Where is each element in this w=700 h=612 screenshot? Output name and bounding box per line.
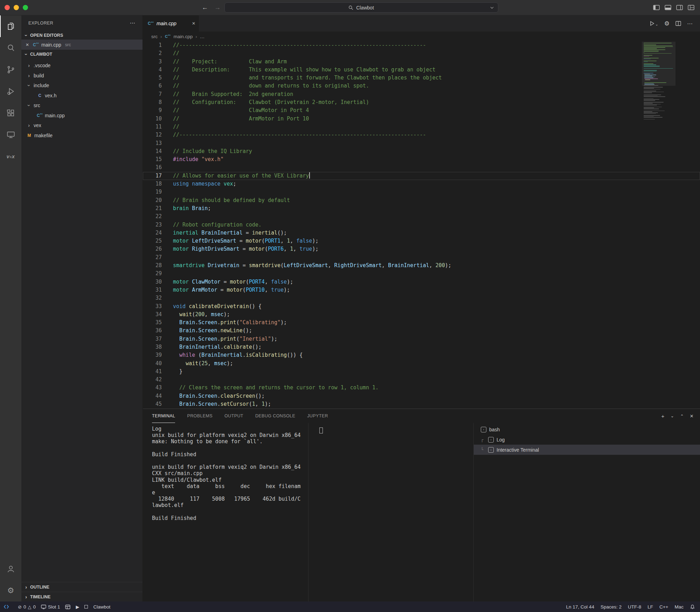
- split-editor-icon[interactable]: [675, 21, 681, 26]
- vex-brain-button[interactable]: [65, 601, 70, 612]
- code-line[interactable]: 23// Robot configuration code.: [143, 221, 700, 229]
- code-line[interactable]: 30motor ClawMotor = motor(PORT4, false);: [143, 278, 700, 286]
- code-line[interactable]: 34 wait(200, msec);: [143, 311, 700, 319]
- status-c-[interactable]: C++: [659, 604, 668, 610]
- close-icon[interactable]: ✕: [26, 42, 30, 47]
- back-arrow-icon[interactable]: ←: [202, 4, 208, 11]
- code-line[interactable]: 26motor RightDriveSmart = motor(PORT6, 1…: [143, 245, 700, 253]
- run-program-button[interactable]: ▶: [76, 601, 79, 612]
- code-line[interactable]: 15#include "vex.h": [143, 155, 700, 164]
- code-line[interactable]: 21brain Brain;: [143, 204, 700, 213]
- toggle-panel-icon[interactable]: [665, 5, 671, 10]
- tree-item-main-cpp[interactable]: Cmain.cpp: [21, 111, 143, 121]
- maximize-panel-icon[interactable]: ⌄: [680, 413, 684, 418]
- close-panel-icon[interactable]: ✕: [690, 413, 694, 419]
- panel-tab-debug-console[interactable]: DEBUG CONSOLE: [255, 409, 295, 423]
- code-line[interactable]: 44 Brain.Screen.clearScreen();: [143, 392, 700, 400]
- panel-tab-problems[interactable]: PROBLEMS: [187, 409, 213, 423]
- code-line[interactable]: 10// ArmMotor in Port 10: [143, 115, 700, 123]
- editor-settings-button[interactable]: ⚙: [664, 20, 670, 27]
- breadcrumb-symbol[interactable]: …: [200, 34, 205, 39]
- command-center-search[interactable]: Clawbot: [224, 2, 498, 13]
- open-editor-item[interactable]: ✕ C main.cpp src: [21, 40, 143, 50]
- status-lf[interactable]: LF: [647, 604, 653, 610]
- program-name[interactable]: Clawbot: [93, 601, 110, 612]
- minimap[interactable]: [644, 43, 674, 120]
- breadcrumb-src[interactable]: src: [151, 34, 158, 39]
- code-line[interactable]: 1//-------------------------------------…: [143, 41, 700, 49]
- tree-item-include[interactable]: ›include: [21, 81, 143, 91]
- code-line[interactable]: 36 Brain.Screen.newLine();: [143, 327, 700, 335]
- code-line[interactable]: 5// and transports it forward. The Clawb…: [143, 74, 700, 82]
- code-line[interactable]: 29: [143, 270, 700, 278]
- code-line[interactable]: 17// Allows for easier use of the VEX Li…: [143, 172, 700, 180]
- interactive-terminal-pane[interactable]: [308, 423, 473, 601]
- close-icon[interactable]: ✕: [192, 21, 195, 26]
- activity-remote-explorer[interactable]: [0, 124, 21, 146]
- code-line[interactable]: 38 BrainInertial.calibrate();: [143, 343, 700, 351]
- status-utf-8[interactable]: UTF-8: [628, 604, 641, 610]
- panel-tab-terminal[interactable]: TERMINAL: [152, 409, 175, 423]
- new-terminal-icon[interactable]: +: [661, 413, 665, 419]
- sidebar-more-actions[interactable]: ···: [130, 21, 136, 26]
- minimize-window-button[interactable]: [14, 5, 19, 10]
- activity-vex[interactable]: v≡x: [0, 146, 21, 167]
- code-line[interactable]: 11//: [143, 123, 700, 131]
- terminal-list-item-interactive-terminal[interactable]: └›Interactive Terminal: [474, 445, 700, 455]
- terminal-output[interactable]: Logunix build for platform vexiq2 on Dar…: [143, 423, 308, 601]
- code-line[interactable]: 20// Brain should be defined by default: [143, 196, 700, 204]
- tree-item-src[interactable]: ›src: [21, 100, 143, 111]
- activity-source-control[interactable]: [0, 59, 21, 81]
- code-line[interactable]: 40 wait(25, msec);: [143, 360, 700, 368]
- code-line[interactable]: 18using namespace vex;: [143, 180, 700, 188]
- code-line[interactable]: 45 Brain.Screen.setCursor(1, 1);: [143, 400, 700, 408]
- code-line[interactable]: 35 Brain.Screen.print("Calibrating");: [143, 319, 700, 327]
- activity-extensions[interactable]: [0, 102, 21, 124]
- toggle-primary-sidebar-icon[interactable]: [653, 5, 660, 10]
- code-line[interactable]: 19: [143, 188, 700, 196]
- status-ln-17-col-44[interactable]: Ln 17, Col 44: [566, 604, 594, 610]
- customize-layout-icon[interactable]: [688, 5, 694, 10]
- code-line[interactable]: 16: [143, 164, 700, 172]
- code-line[interactable]: 32: [143, 294, 700, 302]
- close-window-button[interactable]: [5, 5, 10, 10]
- activity-run-debug[interactable]: [0, 81, 21, 102]
- forward-arrow-icon[interactable]: →: [214, 4, 221, 11]
- activity-settings[interactable]: ⚙: [0, 580, 21, 601]
- code-line[interactable]: 4// Description: This example will show …: [143, 66, 700, 74]
- code-line[interactable]: 43 // Clears the screen and returns the …: [143, 384, 700, 392]
- code-line[interactable]: 22: [143, 213, 700, 221]
- code-line[interactable]: 9// ClawMotor in Port 4: [143, 106, 700, 114]
- project-root-header[interactable]: › CLAWBOT: [21, 50, 143, 58]
- code-line[interactable]: 28smartdrive Drivetrain = smartdrive(Lef…: [143, 262, 700, 270]
- breadcrumb-file[interactable]: main.cpp: [174, 34, 193, 39]
- remote-window-button[interactable]: [0, 601, 13, 612]
- tree-item-build[interactable]: ›build: [21, 71, 143, 81]
- code-line[interactable]: 6// down and returns to its original spo…: [143, 82, 700, 90]
- activity-explorer[interactable]: [0, 15, 21, 37]
- code-line[interactable]: 37 Brain.Screen.print("Inertial");: [143, 335, 700, 343]
- code-line[interactable]: 13: [143, 139, 700, 147]
- code-line[interactable]: 8// Configuration: Clawbot (Drivetrain 2…: [143, 98, 700, 106]
- more-actions-icon[interactable]: ⋯: [687, 20, 693, 27]
- tab-main-cpp[interactable]: C main.cpp ✕: [143, 15, 199, 32]
- code-line[interactable]: 33void calibrateDrivetrain() {: [143, 302, 700, 311]
- toggle-secondary-sidebar-icon[interactable]: [676, 5, 683, 10]
- timeline-section[interactable]: › TIMELINE: [21, 592, 143, 601]
- code-line[interactable]: 31motor ArmMotor = motor(PORT10, true);: [143, 286, 700, 294]
- open-editors-header[interactable]: › OPEN EDITORS: [21, 31, 143, 40]
- code-line[interactable]: 12//------------------------------------…: [143, 131, 700, 139]
- panel-tab-jupyter[interactable]: JUPYTER: [307, 409, 328, 423]
- zoom-window-button[interactable]: [23, 5, 28, 10]
- stop-program-button[interactable]: [84, 601, 88, 612]
- code-line[interactable]: 41 }: [143, 368, 700, 376]
- code-line[interactable]: 2//: [143, 49, 700, 57]
- code-line[interactable]: 25motor LeftDriveSmart = motor(PORT1, 1,…: [143, 237, 700, 245]
- tree-item-vex-h[interactable]: Cvex.h: [21, 91, 143, 101]
- tree-item-makefile[interactable]: Mmakefile: [21, 131, 143, 141]
- slot-selector[interactable]: Slot 1: [41, 601, 60, 612]
- terminal-list-item-bash[interactable]: ›bash: [474, 424, 700, 434]
- code-line[interactable]: 27: [143, 253, 700, 262]
- code-line[interactable]: 24inertial BrainInertial = inertial();: [143, 229, 700, 237]
- tree-item-vex[interactable]: ›vex: [21, 120, 143, 131]
